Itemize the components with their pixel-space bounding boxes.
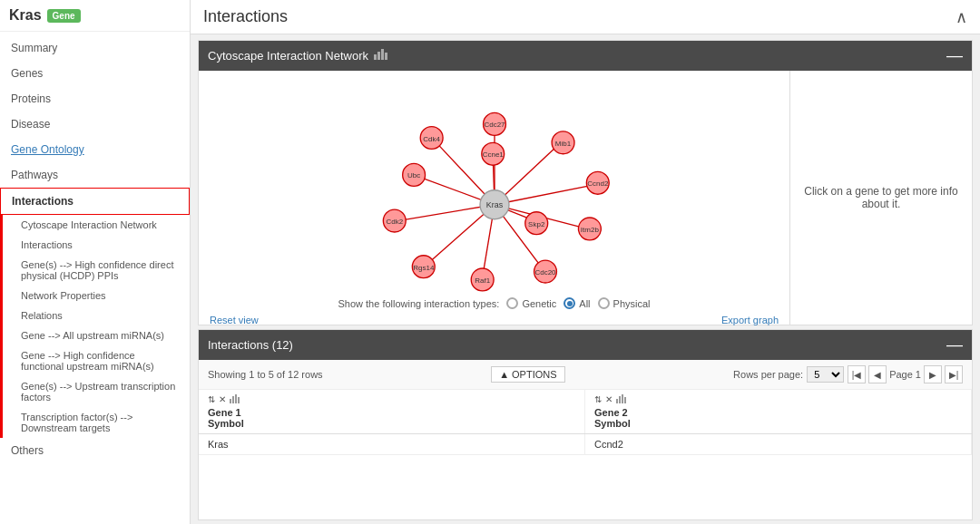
prev-page-btn[interactable]: ◀: [868, 365, 887, 383]
col2-subheader: Symbol: [594, 418, 962, 429]
graph-controls: Show the following interaction types: Ge…: [208, 297, 780, 325]
radio-physical-label: Physical: [613, 298, 651, 309]
sidebar-sub-mirna-all[interactable]: Gene --> All upstream miRNA(s): [0, 325, 190, 345]
svg-text:Ccnd2: Ccnd2: [587, 180, 609, 188]
svg-rect-45: [238, 397, 240, 403]
col2-header: Gene 2: [594, 407, 962, 418]
svg-rect-3: [385, 53, 387, 60]
network-graph: Kras Cdc27 Mib1 Ccnd2 Itm2b: [199, 71, 790, 325]
sidebar-item-disease[interactable]: Disease: [0, 112, 190, 137]
svg-rect-44: [235, 394, 237, 403]
gene-badge: Gene: [47, 9, 81, 23]
network-title-text: Cytoscape Interaction Network: [208, 49, 368, 63]
col-gene1: ⇅ ✕ Gene 1 Symbol: [199, 390, 585, 433]
col-gene2: ⇅ ✕ Gene 2 Symbol: [585, 390, 972, 433]
col1-header: Gene 1: [208, 407, 575, 418]
svg-text:Cdk4: Cdk4: [423, 135, 440, 143]
svg-rect-46: [616, 399, 618, 403]
sidebar-sub-upstream-tf[interactable]: Gene(s) --> Upstream transcription facto…: [0, 376, 190, 407]
svg-rect-2: [381, 49, 384, 60]
radio-genetic[interactable]: Genetic: [506, 297, 556, 309]
sidebar-sub-mirna-hc[interactable]: Gene --> High confidence functional upst…: [0, 345, 190, 376]
radio-all[interactable]: All: [564, 297, 590, 309]
filter-icon-2[interactable]: ✕: [605, 394, 612, 405]
svg-text:Cdc27: Cdc27: [484, 121, 505, 129]
col1-subheader: Symbol: [208, 418, 575, 429]
main-header: Interactions ∧: [191, 0, 980, 34]
cell-gene2: Ccnd2: [585, 434, 972, 454]
sort-icon[interactable]: ⇅: [208, 394, 215, 405]
next-page-btn[interactable]: ▶: [924, 365, 942, 383]
svg-line-6: [495, 185, 595, 205]
radio-genetic-label: Genetic: [522, 298, 556, 309]
rows-per-page-label: Rows per page:: [733, 369, 803, 380]
sidebar-header: Kras Gene: [0, 0, 190, 32]
rows-per-page-select[interactable]: 5 10 25: [807, 366, 844, 383]
cell-gene1: Kras: [199, 434, 585, 454]
svg-text:Skp2: Skp2: [528, 220, 545, 228]
collapse-button[interactable]: ∧: [956, 9, 967, 25]
radio-genetic-btn[interactable]: [506, 297, 518, 309]
sidebar-item-gene-ontology[interactable]: Gene Ontology: [0, 137, 190, 162]
sidebar-sub-relations[interactable]: Relations: [0, 306, 190, 325]
network-header: Cytoscape Interaction Network —: [199, 41, 972, 71]
sidebar-sub-hcdp[interactable]: Gene(s) --> High confidence direct physi…: [0, 255, 190, 286]
svg-rect-0: [374, 54, 377, 60]
svg-rect-49: [624, 397, 626, 403]
table-columns: ⇅ ✕ Gene 1 Symbol ⇅ ✕ Gene 2: [199, 390, 972, 434]
svg-text:Rgs14: Rgs14: [413, 264, 435, 272]
col1-icons: ⇅ ✕: [208, 394, 575, 405]
network-body: Kras Cdc27 Mib1 Ccnd2 Itm2b: [199, 71, 972, 325]
sort-icon-2[interactable]: ⇅: [594, 394, 602, 405]
sidebar-item-genes[interactable]: Genes: [0, 61, 190, 86]
sidebar-sub-cytoscape[interactable]: Cytoscape Interaction Network: [0, 215, 190, 235]
sidebar-item-summary[interactable]: Summary: [0, 35, 190, 61]
chart-col-icon[interactable]: [230, 394, 240, 405]
sidebar-section-interactions[interactable]: Interactions: [0, 188, 190, 215]
rows-per-page: Rows per page: 5 10 25 |◀ ◀ Page 1 ▶ ▶|: [733, 365, 963, 383]
chart-col-icon-2[interactable]: [616, 394, 627, 405]
svg-rect-47: [619, 396, 621, 403]
reset-view-btn[interactable]: Reset view: [210, 315, 259, 325]
sidebar-others[interactable]: Others: [0, 438, 190, 463]
sidebar-sub-interactions[interactable]: Interactions: [0, 235, 190, 255]
sidebar-item-pathways[interactable]: Pathways: [0, 162, 190, 188]
network-section: Cytoscape Interaction Network —: [198, 40, 973, 325]
radio-physical-btn[interactable]: [598, 297, 610, 309]
table-title: Interactions (12): [208, 338, 293, 352]
svg-text:Itm2b: Itm2b: [580, 226, 599, 234]
network-info: Click on a gene to get more info about i…: [790, 71, 972, 325]
first-page-btn[interactable]: |◀: [848, 365, 866, 383]
sidebar-sub-network-props[interactable]: Network Properties: [0, 286, 190, 306]
network-collapse-btn[interactable]: —: [946, 46, 963, 65]
graph-footer: Reset view Export graph: [208, 315, 780, 325]
sidebar-nav: Summary Genes Proteins Disease Gene Onto…: [0, 32, 190, 524]
svg-text:Mib1: Mib1: [554, 140, 571, 148]
svg-text:Kras: Kras: [485, 200, 503, 209]
chart-icon: [374, 49, 388, 63]
options-button[interactable]: ▲ OPTIONS: [491, 366, 564, 383]
last-page-btn[interactable]: ▶|: [945, 365, 963, 383]
radio-physical[interactable]: Physical: [598, 297, 651, 309]
table-collapse-btn[interactable]: —: [946, 335, 963, 354]
graph-area: Kras Cdc27 Mib1 Ccnd2 Itm2b: [208, 80, 780, 297]
network-title: Cytoscape Interaction Network: [208, 49, 388, 63]
radio-all-btn[interactable]: [564, 297, 575, 309]
svg-text:Raf1: Raf1: [475, 277, 490, 285]
filter-icon[interactable]: ✕: [219, 394, 226, 405]
interaction-types-label: Show the following interaction types:: [338, 298, 499, 309]
svg-text:Cdk2: Cdk2: [386, 218, 403, 226]
gene-name: Kras: [9, 7, 42, 24]
network-svg[interactable]: Kras Cdc27 Mib1 Ccnd2 Itm2b: [340, 80, 649, 297]
options-label: OPTIONS: [512, 369, 557, 380]
export-graph-btn[interactable]: Export graph: [721, 315, 779, 325]
svg-rect-42: [230, 399, 231, 403]
pagination: |◀ ◀ Page 1 ▶ ▶|: [848, 365, 963, 383]
page-label: Page 1: [889, 369, 921, 380]
main-content: Interactions ∧ Cytoscape Interaction Net…: [191, 0, 980, 524]
sidebar-item-proteins[interactable]: Proteins: [0, 86, 190, 112]
svg-rect-1: [377, 52, 380, 60]
table-row: Kras Ccnd2: [199, 434, 972, 455]
radio-all-label: All: [579, 298, 590, 309]
sidebar-sub-downstream[interactable]: Transcription factor(s) --> Downstream t…: [0, 407, 190, 438]
